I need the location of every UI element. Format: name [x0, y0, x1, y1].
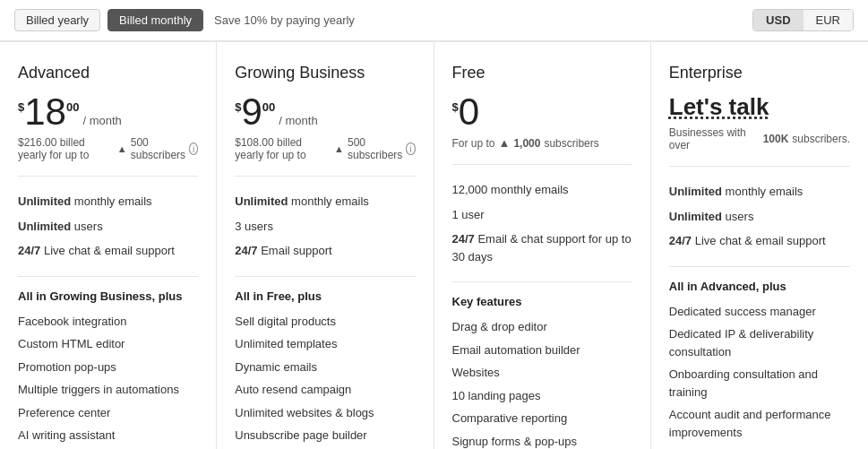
plan-name-advanced: Advanced [18, 64, 198, 82]
billed-yearly-button[interactable]: Billed yearly [14, 9, 100, 31]
core-feature: Unlimited monthly emails [18, 189, 198, 214]
plan-growing-business: Growing Business$900/ month$108.00 bille… [217, 42, 434, 449]
feature-item: Multiple triggers in automations [18, 378, 198, 402]
section-label-advanced: All in Growing Business, plus [18, 289, 198, 303]
core-feature: 3 users [235, 214, 415, 239]
feature-item: Unlimited templates [235, 332, 415, 356]
feature-item: Drag & drop editor [452, 315, 632, 339]
price-row-free: $0 [452, 93, 632, 131]
currency-group: USD EUR [752, 9, 854, 31]
feature-item: AI writing assistant [18, 424, 198, 447]
section-label-enterprise: All in Advanced, plus [669, 280, 850, 293]
price-detail: $108.00 billed yearly for up to ▲ 500 su… [235, 136, 415, 161]
save-text: Save 10% by paying yearly [214, 13, 355, 27]
feature-item: Promotion pop-ups [18, 356, 198, 379]
price-row-growing-business: $900/ month [235, 93, 415, 131]
eur-button[interactable]: EUR [804, 10, 853, 30]
core-feature: 24/7 Live chat & email support [18, 238, 198, 263]
core-feature: Unlimited users [669, 204, 850, 229]
price-main: 0 [459, 93, 479, 131]
price-period: / month [82, 114, 121, 127]
feature-item: 10 landing pages [452, 384, 632, 408]
usd-button[interactable]: USD [753, 10, 803, 30]
price-period: / month [279, 114, 317, 127]
core-feature: Unlimited monthly emails [235, 189, 415, 214]
price-detail: $216.00 billed yearly for up to ▲ 500 su… [18, 136, 198, 161]
plan-advanced: Advanced$1800/ month$216.00 billed yearl… [0, 42, 217, 449]
feature-item: Account audit and performance improvemen… [669, 403, 850, 444]
section-label-growing-business: All in Free, plus [235, 289, 415, 303]
feature-item: Auto resend campaign [235, 378, 415, 402]
feature-item: Preference center [18, 402, 198, 425]
feature-item: Comparative reporting [452, 407, 632, 430]
price-detail: For up to ▲ 1,000 subscribers [452, 136, 632, 150]
billed-monthly-button[interactable]: Billed monthly [107, 9, 203, 31]
core-feature: 12,000 monthly emails [452, 177, 632, 203]
price-sup: $ [18, 100, 24, 114]
price-cents: 00 [262, 100, 275, 114]
price-main: 18 [24, 93, 66, 131]
feature-item: Sell digital products [235, 310, 415, 333]
plans-grid: Advanced$1800/ month$216.00 billed yearl… [0, 41, 868, 449]
info-icon[interactable]: i [189, 142, 198, 155]
price-cents: 00 [66, 100, 79, 114]
feature-item: Dedicated success manager [669, 300, 850, 324]
top-bar: Billed yearly Billed monthly Save 10% by… [0, 0, 868, 41]
feature-item: Dynamic emails [235, 356, 415, 379]
price-main: 9 [241, 93, 262, 131]
core-feature: Unlimited monthly emails [669, 179, 850, 204]
info-icon[interactable]: i [406, 142, 415, 155]
price-sup: $ [235, 100, 241, 114]
feature-item: Unlimited websites & blogs [235, 402, 415, 425]
core-feature: 24/7 Live chat & email support [669, 229, 850, 254]
plan-name-enterprise: Enterprise [669, 64, 850, 82]
feature-item: Websites [452, 361, 632, 384]
lets-talk-label: Let's talk [669, 93, 850, 121]
plan-name-growing-business: Growing Business [235, 64, 415, 82]
core-feature: Unlimited users [18, 214, 198, 239]
plan-free: Free$0For up to ▲ 1,000 subscribers12,00… [434, 42, 651, 449]
feature-item: Custom HTML editor [18, 332, 198, 356]
price-row-advanced: $1800/ month [18, 93, 198, 131]
feature-item: Unsubscribe page builder [235, 424, 415, 447]
feature-item: Facebook integration [18, 310, 198, 333]
core-feature: 1 user [452, 203, 632, 228]
plan-name-free: Free [452, 64, 632, 82]
plan-enterprise: EnterpriseLet's talkBusinesses with over… [651, 42, 868, 449]
feature-item: Email automation builder [452, 339, 632, 362]
core-feature: 24/7 Email & chat support for up to 30 d… [452, 227, 632, 269]
price-sup: $ [452, 100, 459, 114]
feature-item: Signup forms & pop-ups [452, 430, 632, 450]
core-feature: 24/7 Email support [235, 238, 415, 263]
feature-item: Onboarding consultation and training [669, 363, 850, 403]
enterprise-desc: Businesses with over 100K subscribers. [669, 126, 850, 151]
section-label-free: Key features [452, 295, 632, 308]
feature-item: Dedicated IP & deliverability consultati… [669, 323, 850, 363]
